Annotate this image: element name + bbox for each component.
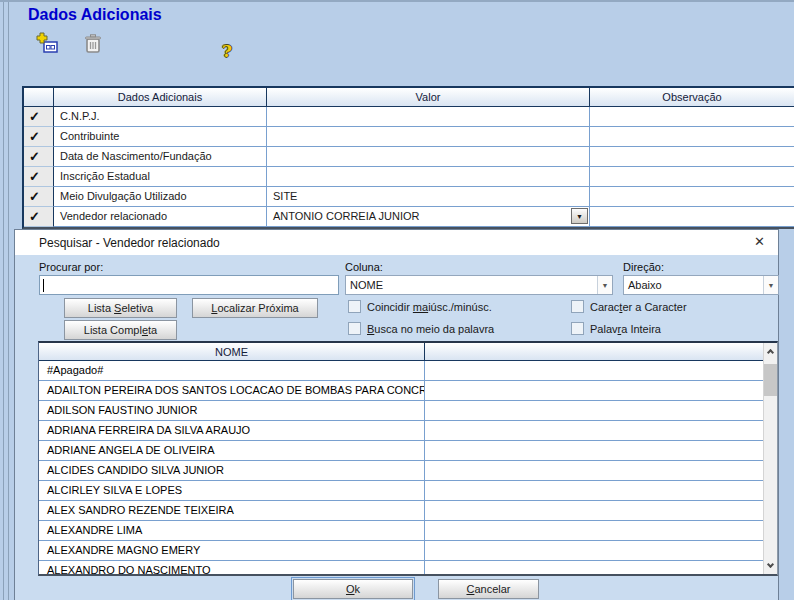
checkbox-palavra-inteira[interactable]: Palavra Inteira [571,322,661,335]
window-edge-line [3,2,4,600]
row-value-text: ANTONIO CORREIA JUNIOR [273,210,419,222]
list-item[interactable]: ALEXANDRE LIMA [39,521,763,541]
row-checkmark[interactable]: ✓ [24,167,54,187]
direction-select[interactable]: Abaixo ▼ [623,275,779,295]
search-input[interactable] [39,275,339,295]
scroll-down-icon[interactable] [764,556,778,572]
grid-header-valor[interactable]: Valor [267,88,590,107]
close-icon[interactable]: ✕ [754,234,765,250]
checkbox-coincidir-maiusc[interactable]: Coincidir maiúsc./minúsc. [348,300,492,313]
results-list: NOME #Apagado# ADAILTON PEREIRA DOS SANT… [38,341,778,576]
row-checkmark[interactable]: ✓ [24,207,54,227]
chevron-down-icon[interactable]: ▼ [763,276,778,294]
list-item[interactable]: ADILSON FAUSTINO JUNIOR [39,401,763,421]
row-value[interactable]: SITE [267,187,590,207]
row-checkmark[interactable]: ✓ [24,127,54,147]
table-row[interactable]: ✓ Contribuinte [24,127,794,147]
column-select-value: NOME [346,276,597,294]
checkbox-label: Busca no meio da palavra [367,323,494,335]
list-header-nome[interactable]: NOME [39,343,425,361]
row-value[interactable] [267,127,590,147]
page-title: Dados Adicionais [28,6,162,24]
row-obs[interactable] [590,127,794,147]
direction-label: Direção: [623,261,664,273]
dialog-title: Pesquisar - Vendedor relacionado [39,236,220,250]
table-row[interactable]: ✓ Vendedor relacionado ANTONIO CORREIA J… [24,207,794,227]
lista-completa-button[interactable]: Lista Completa [64,320,177,340]
list-header-extra [425,343,763,361]
row-obs[interactable] [590,187,794,207]
row-label: Inscrição Estadual [54,167,267,187]
list-item[interactable]: ALEXANDRE MAGNO EMERY [39,541,763,561]
row-label: Data de Nascimento/Fundação [54,147,267,167]
row-obs[interactable] [590,207,794,227]
grid-header-dados[interactable]: Dados Adicionais [54,88,267,107]
row-value[interactable] [267,167,590,187]
checkbox-caracter-a-caracter[interactable]: Caracter a Caracter [571,300,687,313]
checkbox-icon[interactable] [571,300,584,313]
list-rows: #Apagado# ADAILTON PEREIRA DOS SANTOS LO… [39,361,763,574]
question-mark-icon[interactable]: ? [222,41,232,61]
row-value[interactable]: ANTONIO CORREIA JUNIOR ▼ [267,207,590,227]
grid-header-check [24,88,54,107]
checkbox-icon[interactable] [571,322,584,335]
row-label: Contribuinte [54,127,267,147]
row-obs[interactable] [590,107,794,127]
search-label: Procurar por: [39,261,103,273]
text-caret [43,279,44,292]
lista-seletiva-button[interactable]: Lista Seletiva [64,298,177,318]
list-item[interactable]: ADRIANA FERREIRA DA SILVA ARAUJO [39,421,763,441]
row-checkmark[interactable]: ✓ [24,147,54,167]
table-row[interactable]: ✓ Meio Divulgação Utilizado SITE [24,187,794,207]
checkbox-label: Palavra Inteira [590,323,661,335]
column-select[interactable]: NOME ▼ [345,275,613,295]
list-item[interactable]: ALCIDES CANDIDO SILVA JUNIOR [39,461,763,481]
grid-header-observacao[interactable]: Observação [590,88,794,107]
search-dialog: Pesquisar - Vendedor relacionado ✕ Procu… [14,229,779,600]
ok-button[interactable]: Ok [293,579,413,599]
checkbox-icon[interactable] [348,322,361,335]
row-checkmark[interactable]: ✓ [24,107,54,127]
list-item[interactable]: ALEXANDRO DO NASCIMENTO [39,561,763,574]
checkbox-label: Coincidir maiúsc./minúsc. [367,301,492,313]
checkbox-label: Caracter a Caracter [590,301,687,313]
trash-icon[interactable] [84,34,102,58]
list-item[interactable]: ADAILTON PEREIRA DOS SANTOS LOCACAO DE B… [39,381,763,401]
window-edge-line [8,2,9,600]
scroll-up-icon[interactable] [764,345,778,361]
row-obs[interactable] [590,147,794,167]
row-obs[interactable] [590,167,794,187]
table-row[interactable]: ✓ Inscrição Estadual [24,167,794,187]
direction-select-value: Abaixo [624,276,763,294]
row-value[interactable] [267,147,590,167]
dropdown-button[interactable]: ▼ [571,208,588,224]
row-value[interactable] [267,107,590,127]
scrollbar-thumb[interactable] [764,364,777,396]
table-row[interactable]: ✓ Data de Nascimento/Fundação [24,147,794,167]
list-item[interactable]: ALCIRLEY SILVA E LOPES [39,481,763,501]
list-header-row: NOME [39,343,763,361]
grid-header-row: Dados Adicionais Valor Observação [24,88,794,107]
add-record-icon[interactable] [36,32,58,58]
list-item[interactable]: ADRIANE ANGELA DE OLIVEIRA [39,441,763,461]
list-item[interactable]: #Apagado# [39,361,763,381]
chevron-down-icon[interactable]: ▼ [597,276,612,294]
checkbox-icon[interactable] [348,300,361,313]
column-label: Coluna: [345,261,383,273]
row-label: Vendedor relacionado [54,207,267,227]
list-item[interactable]: ALEX SANDRO REZENDE TEIXEIRA [39,501,763,521]
vertical-scrollbar[interactable] [763,343,777,574]
checkbox-busca-meio-palavra[interactable]: Busca no meio da palavra [348,322,494,335]
row-label: Meio Divulgação Utilizado [54,187,267,207]
row-checkmark[interactable]: ✓ [24,187,54,207]
additional-data-grid: Dados Adicionais Valor Observação ✓ C.N.… [22,86,794,229]
row-label: C.N.P.J. [54,107,267,127]
cancel-button[interactable]: Cancelar [438,579,539,599]
table-row[interactable]: ✓ C.N.P.J. [24,107,794,127]
localizar-proxima-button[interactable]: Localizar Próxima [192,298,318,318]
dialog-titlebar[interactable]: Pesquisar - Vendedor relacionado ✕ [15,230,778,255]
